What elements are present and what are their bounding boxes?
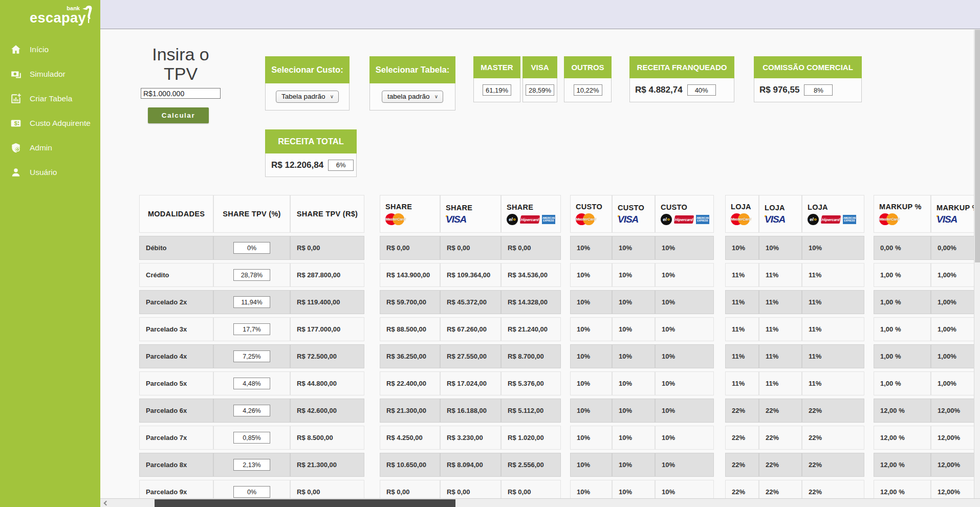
visa-icon: VISA (446, 214, 466, 225)
horizontal-scrollbar-thumb[interactable] (155, 499, 455, 507)
svg-text:$: $ (14, 120, 17, 126)
share-pct-input[interactable] (233, 432, 270, 444)
cell-loja_master: 22% (725, 480, 759, 498)
master-pct-input[interactable] (483, 84, 511, 96)
tpv-heading: Insira oTPV (114, 45, 247, 83)
cell-modalidade: Parcelado 5x (139, 371, 213, 395)
comissao-pct-input[interactable] (804, 84, 833, 96)
cell-custo_outros: 10% (655, 371, 714, 395)
cell-share_rs: R$ 287.800,00 (290, 263, 364, 287)
cell-share_pct (213, 480, 290, 498)
cell-modalidade: Parcelado 3x (139, 317, 213, 341)
table-row-parcelado-5x: Parcelado 5xR$ 44.800,00R$ 22.400,00R$ 1… (139, 371, 974, 395)
cell-custo_outros: 10% (655, 317, 714, 341)
share-pct-input[interactable] (233, 350, 270, 362)
horizontal-scrollbar[interactable] (100, 498, 980, 507)
share-pct-input[interactable] (233, 242, 270, 254)
cell-share_pct (213, 371, 290, 395)
cell-custo_outros: 10% (655, 236, 714, 260)
receita-total-amount: R$ 12.206,84 (271, 160, 323, 170)
col-header-share_pct: SHARE TPV (%) (213, 195, 290, 233)
cell-modalidade: Parcelado 9x (139, 480, 213, 498)
cell-custo_master: 10% (570, 480, 612, 498)
table-row-parcelado-3x: Parcelado 3xR$ 177.000,00R$ 88.500,00R$ … (139, 317, 974, 341)
app-logo: bank escapay (30, 5, 91, 28)
cell-custo_master: 10% (570, 344, 612, 368)
cell-share_master: R$ 10.650,00 (380, 453, 440, 477)
cell-markup_master: 12,00 % (874, 453, 931, 477)
cell-loja_master: 10% (725, 236, 759, 260)
receita-total-pct-input[interactable] (328, 160, 354, 171)
cell-share_master: R$ 88.500,00 (380, 317, 440, 341)
share-pct-input[interactable] (233, 405, 270, 416)
sidebar-item-custo-adquirente[interactable]: $Custo Adquirente (10, 116, 100, 131)
cell-share_master: R$ 21.300,00 (380, 399, 440, 423)
cell-loja_visa: 22% (759, 426, 802, 450)
cell-custo_outros: 10% (655, 453, 714, 477)
franqueado-pct-input[interactable] (687, 84, 716, 96)
cell-markup_master: 0,00 % (874, 236, 931, 260)
cell-share_pct (213, 399, 290, 423)
share-pct-input[interactable] (233, 296, 270, 308)
col-header-share_rs: SHARE TPV (R$) (290, 195, 364, 233)
cell-modalidade: Parcelado 2x (139, 290, 213, 314)
cell-share_outros: R$ 34.536,00 (501, 263, 561, 287)
visa-pct-input[interactable] (526, 84, 554, 96)
col-header-share_visa: SHAREVISA (440, 195, 501, 233)
outros-pct-input[interactable] (574, 84, 602, 96)
share-pct-input[interactable] (233, 323, 270, 335)
cell-loja_outros: 11% (802, 371, 864, 395)
cell-share_master: R$ 36.250,00 (380, 344, 440, 368)
table-row-parcelado-8x: Parcelado 8xR$ 21.300,00R$ 10.650,00R$ 8… (139, 453, 974, 477)
receita-franqueado-amount: R$ 4.882,74 (635, 85, 683, 95)
calcular-button[interactable]: Calcular (148, 107, 209, 123)
cell-markup_visa: 1,00% (931, 263, 974, 287)
cell-markup_master: 1,00 % (874, 317, 931, 341)
share-pct-input[interactable] (233, 459, 270, 471)
cell-modalidade: Parcelado 7x (139, 426, 213, 450)
cell-share_outros: R$ 1.020,00 (501, 426, 561, 450)
cell-share_rs: R$ 177.000,00 (290, 317, 364, 341)
cell-share_visa: R$ 0,00 (440, 236, 501, 260)
cell-loja_visa: 11% (759, 317, 802, 341)
scroll-left-arrow-icon[interactable] (104, 501, 109, 506)
cell-share_pct (213, 236, 290, 260)
sidebar-item-admin[interactable]: Admin (10, 140, 100, 156)
cell-modalidade: Parcelado 8x (139, 453, 213, 477)
cell-markup_visa: 1,00% (931, 317, 974, 341)
sidebar-item-criar-tabela[interactable]: Criar Tabela (10, 91, 100, 106)
vertical-scrollbar-thumb[interactable] (975, 30, 980, 262)
share-pct-input[interactable] (233, 269, 270, 281)
visa-icon: VISA (765, 214, 785, 225)
hipercard-icon: Hipercard (821, 215, 841, 224)
sidebar-nav: InícioSimuladorCriar Tabela$Custo Adquir… (0, 42, 100, 180)
table-header-row: MODALIDADESSHARE TPV (%)SHARE TPV (R$)SH… (139, 195, 974, 233)
cell-loja_master: 11% (725, 344, 759, 368)
sidebar-item-simulador[interactable]: Simulador (10, 67, 100, 82)
visa-icon: VISA (937, 214, 957, 225)
cell-share_visa: R$ 3.230,00 (440, 426, 501, 450)
cell-loja_visa: 22% (759, 399, 802, 423)
cell-custo_visa: 10% (612, 480, 655, 498)
tabela-select[interactable]: tabela padrão ∨ (382, 91, 443, 103)
visa-card: VISA (522, 56, 557, 102)
share-pct-input[interactable] (233, 378, 270, 389)
cell-share_rs: R$ 8.500,00 (290, 426, 364, 450)
share-pct-input[interactable] (233, 486, 270, 498)
cell-markup_visa: 12,00% (931, 426, 974, 450)
mastercard-icon: MasterCard (879, 213, 899, 225)
sidebar-item-usuario[interactable]: Usuário (10, 165, 100, 180)
modalidades-table: MODALIDADESSHARE TPV (%)SHARE TPV (R$)SH… (139, 195, 974, 498)
cell-share_outros: R$ 2.556,00 (501, 453, 561, 477)
cell-markup_visa: 1,00% (931, 371, 974, 395)
tpv-input[interactable] (141, 88, 221, 99)
vertical-scrollbar[interactable] (974, 30, 980, 498)
comissao-comercial-amount: R$ 976,55 (759, 85, 799, 95)
cell-markup_visa: 1,00% (931, 290, 974, 314)
sidebar-item-inicio[interactable]: Início (10, 42, 100, 57)
custo-select[interactable]: Tabela padrão ∨ (276, 91, 339, 103)
logo-brand-text: escapay (30, 10, 86, 26)
cell-loja_outros: 22% (802, 480, 864, 498)
sidebar-item-label: Usuário (30, 168, 57, 177)
cell-share_visa: R$ 67.260,00 (440, 317, 501, 341)
